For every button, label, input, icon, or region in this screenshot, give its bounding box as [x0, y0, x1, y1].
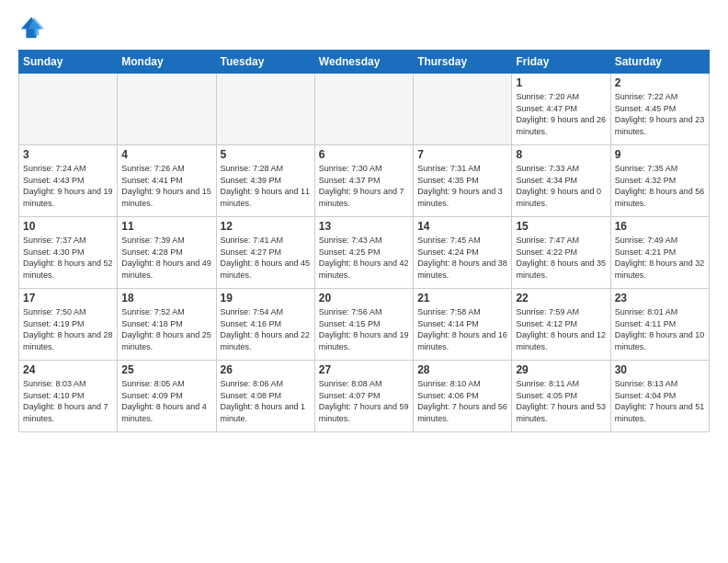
week-row-5: 24Sunrise: 8:03 AM Sunset: 4:10 PM Dayli…	[19, 361, 710, 432]
day-number: 7	[417, 148, 507, 161]
day-cell: 24Sunrise: 8:03 AM Sunset: 4:10 PM Dayli…	[19, 361, 118, 432]
day-cell: 3Sunrise: 7:24 AM Sunset: 4:43 PM Daylig…	[19, 145, 118, 217]
day-number: 28	[417, 363, 507, 376]
day-number: 15	[516, 220, 606, 233]
week-row-4: 17Sunrise: 7:50 AM Sunset: 4:19 PM Dayli…	[19, 289, 710, 361]
day-cell: 30Sunrise: 8:13 AM Sunset: 4:04 PM Dayli…	[610, 361, 709, 432]
day-info: Sunrise: 7:43 AM Sunset: 4:25 PM Dayligh…	[319, 235, 409, 281]
weekday-header-sunday: Sunday	[19, 51, 118, 74]
day-info: Sunrise: 7:50 AM Sunset: 4:19 PM Dayligh…	[23, 306, 113, 352]
day-cell: 8Sunrise: 7:33 AM Sunset: 4:34 PM Daylig…	[512, 145, 610, 217]
day-info: Sunrise: 8:06 AM Sunset: 4:08 PM Dayligh…	[221, 378, 311, 424]
day-cell: 16Sunrise: 7:49 AM Sunset: 4:21 PM Dayli…	[610, 217, 709, 289]
day-info: Sunrise: 7:31 AM Sunset: 4:35 PM Dayligh…	[417, 163, 507, 209]
day-info: Sunrise: 7:52 AM Sunset: 4:18 PM Dayligh…	[121, 306, 211, 352]
day-cell	[216, 74, 314, 145]
day-cell: 28Sunrise: 8:10 AM Sunset: 4:06 PM Dayli…	[414, 361, 512, 432]
day-cell: 25Sunrise: 8:05 AM Sunset: 4:09 PM Dayli…	[118, 361, 216, 432]
day-info: Sunrise: 7:41 AM Sunset: 4:27 PM Dayligh…	[221, 235, 311, 281]
day-cell: 13Sunrise: 7:43 AM Sunset: 4:25 PM Dayli…	[314, 217, 413, 289]
day-cell: 22Sunrise: 7:59 AM Sunset: 4:12 PM Dayli…	[512, 289, 610, 361]
day-cell: 20Sunrise: 7:56 AM Sunset: 4:15 PM Dayli…	[314, 289, 413, 361]
day-number: 6	[319, 148, 409, 161]
week-row-2: 3Sunrise: 7:24 AM Sunset: 4:43 PM Daylig…	[19, 145, 710, 217]
day-info: Sunrise: 7:49 AM Sunset: 4:21 PM Dayligh…	[615, 235, 705, 281]
day-info: Sunrise: 7:24 AM Sunset: 4:43 PM Dayligh…	[23, 163, 113, 209]
day-cell	[19, 74, 118, 145]
page: SundayMondayTuesdayWednesdayThursdayFrid…	[0, 0, 728, 563]
day-number: 29	[516, 363, 606, 376]
day-info: Sunrise: 7:54 AM Sunset: 4:16 PM Dayligh…	[221, 306, 311, 352]
day-info: Sunrise: 8:10 AM Sunset: 4:06 PM Dayligh…	[417, 378, 507, 424]
weekday-header-monday: Monday	[118, 51, 216, 74]
day-info: Sunrise: 8:11 AM Sunset: 4:05 PM Dayligh…	[516, 378, 606, 424]
day-cell: 11Sunrise: 7:39 AM Sunset: 4:28 PM Dayli…	[118, 217, 216, 289]
day-cell: 1Sunrise: 7:20 AM Sunset: 4:47 PM Daylig…	[512, 74, 610, 145]
day-cell: 21Sunrise: 7:58 AM Sunset: 4:14 PM Dayli…	[414, 289, 512, 361]
day-cell: 15Sunrise: 7:47 AM Sunset: 4:22 PM Dayli…	[512, 217, 610, 289]
day-info: Sunrise: 7:28 AM Sunset: 4:39 PM Dayligh…	[221, 163, 311, 209]
day-cell: 29Sunrise: 8:11 AM Sunset: 4:05 PM Dayli…	[512, 361, 610, 432]
day-info: Sunrise: 7:22 AM Sunset: 4:45 PM Dayligh…	[615, 91, 705, 137]
day-cell: 2Sunrise: 7:22 AM Sunset: 4:45 PM Daylig…	[610, 74, 709, 145]
day-cell: 5Sunrise: 7:28 AM Sunset: 4:39 PM Daylig…	[216, 145, 314, 217]
day-number: 4	[121, 148, 211, 161]
day-cell	[118, 74, 216, 145]
day-number: 25	[121, 363, 211, 376]
day-cell: 12Sunrise: 7:41 AM Sunset: 4:27 PM Dayli…	[216, 217, 314, 289]
day-number: 14	[417, 220, 507, 233]
day-cell: 7Sunrise: 7:31 AM Sunset: 4:35 PM Daylig…	[414, 145, 512, 217]
logo	[18, 15, 48, 40]
day-number: 22	[516, 292, 606, 304]
day-info: Sunrise: 8:13 AM Sunset: 4:04 PM Dayligh…	[615, 378, 705, 424]
weekday-header-row: SundayMondayTuesdayWednesdayThursdayFrid…	[19, 51, 710, 74]
day-info: Sunrise: 7:26 AM Sunset: 4:41 PM Dayligh…	[121, 163, 211, 209]
day-number: 1	[516, 76, 606, 89]
day-number: 5	[221, 148, 311, 161]
day-cell	[314, 74, 413, 145]
weekday-header-friday: Friday	[512, 51, 610, 74]
day-cell: 17Sunrise: 7:50 AM Sunset: 4:19 PM Dayli…	[19, 289, 118, 361]
day-cell: 4Sunrise: 7:26 AM Sunset: 4:41 PM Daylig…	[118, 145, 216, 217]
weekday-header-saturday: Saturday	[610, 51, 709, 74]
week-row-1: 1Sunrise: 7:20 AM Sunset: 4:47 PM Daylig…	[19, 74, 710, 145]
day-info: Sunrise: 7:33 AM Sunset: 4:34 PM Dayligh…	[516, 163, 606, 209]
day-number: 3	[23, 148, 113, 161]
day-info: Sunrise: 7:35 AM Sunset: 4:32 PM Dayligh…	[615, 163, 705, 209]
day-number: 8	[516, 148, 606, 161]
day-number: 10	[23, 220, 113, 233]
day-number: 30	[615, 363, 705, 376]
week-row-3: 10Sunrise: 7:37 AM Sunset: 4:30 PM Dayli…	[19, 217, 710, 289]
day-number: 9	[615, 148, 705, 161]
day-cell: 14Sunrise: 7:45 AM Sunset: 4:24 PM Dayli…	[414, 217, 512, 289]
day-cell: 26Sunrise: 8:06 AM Sunset: 4:08 PM Dayli…	[216, 361, 314, 432]
day-number: 12	[221, 220, 311, 233]
day-info: Sunrise: 7:58 AM Sunset: 4:14 PM Dayligh…	[417, 306, 507, 352]
day-number: 20	[319, 292, 409, 304]
day-info: Sunrise: 7:45 AM Sunset: 4:24 PM Dayligh…	[417, 235, 507, 281]
day-cell: 18Sunrise: 7:52 AM Sunset: 4:18 PM Dayli…	[118, 289, 216, 361]
header	[18, 15, 710, 40]
day-number: 27	[319, 363, 409, 376]
calendar-table: SundayMondayTuesdayWednesdayThursdayFrid…	[18, 50, 710, 432]
day-number: 23	[615, 292, 705, 304]
day-number: 17	[23, 292, 113, 304]
day-info: Sunrise: 8:03 AM Sunset: 4:10 PM Dayligh…	[23, 378, 113, 424]
day-number: 19	[221, 292, 311, 304]
day-info: Sunrise: 8:08 AM Sunset: 4:07 PM Dayligh…	[319, 378, 409, 424]
day-number: 13	[319, 220, 409, 233]
weekday-header-tuesday: Tuesday	[216, 51, 314, 74]
day-info: Sunrise: 7:20 AM Sunset: 4:47 PM Dayligh…	[516, 91, 606, 137]
day-number: 11	[121, 220, 211, 233]
day-info: Sunrise: 7:39 AM Sunset: 4:28 PM Dayligh…	[121, 235, 211, 281]
day-info: Sunrise: 7:56 AM Sunset: 4:15 PM Dayligh…	[319, 306, 409, 352]
day-cell: 19Sunrise: 7:54 AM Sunset: 4:16 PM Dayli…	[216, 289, 314, 361]
day-cell: 23Sunrise: 8:01 AM Sunset: 4:11 PM Dayli…	[610, 289, 709, 361]
day-info: Sunrise: 7:37 AM Sunset: 4:30 PM Dayligh…	[23, 235, 113, 281]
day-cell	[414, 74, 512, 145]
day-cell: 10Sunrise: 7:37 AM Sunset: 4:30 PM Dayli…	[19, 217, 118, 289]
weekday-header-wednesday: Wednesday	[314, 51, 413, 74]
day-cell: 6Sunrise: 7:30 AM Sunset: 4:37 PM Daylig…	[314, 145, 413, 217]
day-info: Sunrise: 8:05 AM Sunset: 4:09 PM Dayligh…	[121, 378, 211, 424]
day-cell: 9Sunrise: 7:35 AM Sunset: 4:32 PM Daylig…	[610, 145, 709, 217]
